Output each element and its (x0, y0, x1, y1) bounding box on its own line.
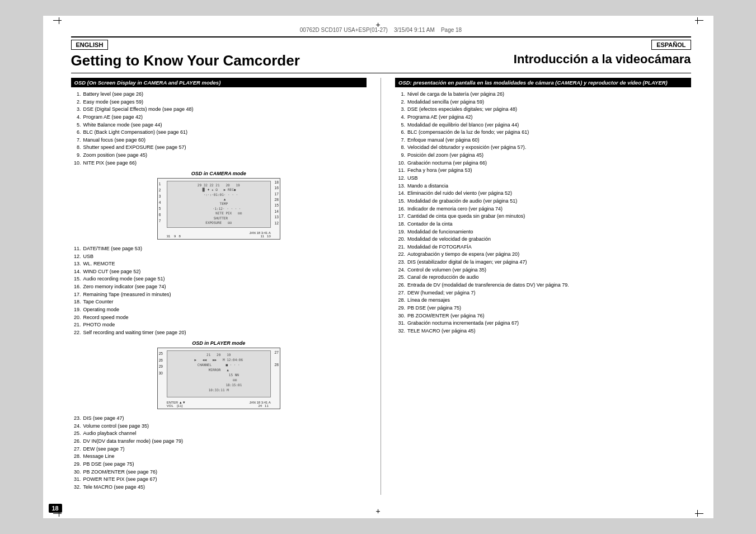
player-bottom3: 24 11 (258, 404, 268, 407)
player-content: 21 20 19 ▶ ◀◀ ▶▶ M 12:04:06 CHANNEL ■ · … (167, 351, 270, 394)
list-item: 8.Velocidad del obturador y exposición (… (395, 144, 691, 151)
list-item: 2.Easy mode (see pages 59) (71, 99, 367, 105)
diagram-inner: 29 32 22 21 20 19 ▐▌ ♦ ★ Ω ▶ REC● ·:·:·0… (167, 181, 271, 228)
list-item: 15.Modalidad de grabación de audio (ver … (395, 198, 691, 204)
diagram-right-nums: 1816172815141312 (275, 180, 279, 226)
diagram-bottom-right2: 11 10 (260, 235, 270, 238)
list-item: 12.USB (71, 253, 367, 260)
osd-camera-diagram-area: OSD in CAMERA mode 1234567 1816172815141… (71, 171, 367, 240)
list-item: 6.BLC (compensación de la luz de fondo; … (395, 129, 691, 135)
list-item: 9.Zoom position (see page 45) (71, 152, 367, 158)
list-item: 28.Message Line (71, 453, 367, 460)
list-item: 24.Control de volumen (ver página 35) (395, 266, 691, 273)
crop-mark-tr-h (695, 20, 703, 21)
right-column: OSD: presentación en pantalla en las mod… (395, 78, 691, 495)
list-item: 20.Modalidad de velocidad de grabación (395, 236, 691, 242)
list-item: 14.Eliminación del ruido del viento (ver… (395, 190, 691, 196)
list-item: 31.POWER NITE PIX (see page 67) (71, 476, 367, 483)
title-spanish: Introducción a la videocámara (387, 52, 691, 69)
list-item: 25.Canal de reproducción de audio (395, 274, 691, 280)
manual-page: + + 00762D SCD107 USA+ESP(01-27) 3/15/04… (43, 15, 714, 519)
meta-file: 00762D SCD107 USA+ESP(01-27) (300, 27, 388, 33)
list-item: 26.Entrada de DV (modalidad de transfere… (395, 282, 691, 288)
list-item: 21.Modalidad de FOTOGRAFÍA (395, 243, 691, 250)
list-item: 13.WL. REMOTE (71, 260, 367, 267)
list-item: 32.Tele MACRO (see page 45) (71, 484, 367, 490)
list-item: 13.Mando a distancia (395, 182, 691, 189)
meta-page: 18 (456, 27, 462, 33)
player-bottom2: VOL [11] (167, 404, 182, 407)
list-item: 21.PHOTO mode (71, 321, 367, 328)
list-item: 2.Modalidad sencilla (ver página 59) (395, 99, 691, 105)
crop-mark-tl-h (53, 20, 62, 21)
list-item: 11.DATE/TIME (see page 53) (71, 245, 367, 252)
crop-mark-br-h (695, 513, 703, 514)
player-inner: 21 20 19 ▶ ◀◀ ▶▶ M 12:04:06 CHANNEL ■ · … (167, 350, 271, 397)
list-item: 10.Grabación nocturna (ver página 66) (395, 160, 691, 166)
list-item: 16.Zero memory indicator (see page 74) (71, 283, 367, 290)
list-item: 29.PB DSE (see page 75) (71, 461, 367, 467)
diagram-content: 29 32 22 21 20 19 ▐▌ ♦ ★ Ω ▶ REC● ·:·:·0… (167, 181, 270, 227)
osd-player-diagram-area: OSD in PLAYER mode 25262930 2728 21 20 1… (71, 340, 367, 409)
osd-player-label: OSD in PLAYER mode (71, 340, 367, 346)
list-item: 4.Programa AE (ver página 42) (395, 114, 691, 120)
left-osd-header: OSD (On Screen Display in CAMERA and PLA… (71, 78, 367, 87)
list-item: 31.Grabación nocturna incrementada (ver … (395, 320, 691, 326)
list-item: 3.DSE (efectos especiales digitales; ver… (395, 106, 691, 113)
list-item: 17.Remaining Tape (measured in minutes) (71, 291, 367, 298)
list-item: 23.DIS (see page 47) (71, 415, 367, 421)
crop-mark-tl-v (59, 17, 59, 24)
list-item: 25.Audio playback channel (71, 430, 367, 437)
list-item: 7.Enfoque manual (ver página 60) (395, 137, 691, 143)
osd-camera-label: OSD in CAMERA mode (71, 171, 367, 176)
list-item: 24.Volume control (see page 35) (71, 423, 367, 429)
center-cross-bottom: + (375, 507, 380, 516)
list-item: 18.Tape Counter (71, 298, 367, 305)
osd-camera-box: 1234567 1816172815141312 29 32 22 21 20 … (157, 178, 280, 240)
file-meta: 00762D SCD107 USA+ESP(01-27) 3/15/04 9:1… (71, 27, 691, 33)
column-divider (381, 78, 381, 495)
left-list: 1.Battery level (see page 26) 2.Easy mod… (71, 91, 367, 166)
list-item: 27.DEW (see page 7) (71, 446, 367, 452)
list-item: 3.DSE (Digital Special Effects) mode (se… (71, 106, 367, 113)
right-list: 1.Nivel de carga de la batería (ver pági… (395, 91, 691, 334)
list-item: 20.Record speed mode (71, 314, 367, 321)
list-item: 28.Línea de mensajes (395, 297, 691, 303)
list-item: 19.Modalidad de funcionamiento (395, 228, 691, 235)
list-item: 16.Indicador de memoria cero (ver página… (395, 205, 691, 212)
right-osd-header: OSD: presentación en pantalla en las mod… (395, 78, 691, 87)
list-item: 18.Contador de la cinta (395, 221, 691, 227)
list-item: 22.Autograbación y tiempo de espera (ver… (395, 251, 691, 257)
list-item: 1.Nivel de carga de la batería (ver pági… (395, 91, 691, 97)
player-left-nums: 25262930 (159, 350, 163, 377)
osd-player-box: 25262930 2728 21 20 19 ▶ ◀◀ ▶▶ M 12:04:0… (157, 348, 280, 409)
list-item: 30.PB ZOOM/ENTER (ver página 76) (395, 312, 691, 319)
list-item: 7.Manual focus (see page 60) (71, 137, 367, 143)
center-cross-top: + (375, 20, 380, 29)
list-item: 8.Shutter speed and EXPOSURE (see page 5… (71, 144, 367, 151)
crop-mark-bl-h (53, 513, 62, 514)
list-item: 27.DEW (humedad; ver página 7) (395, 289, 691, 296)
diagram-bottom-left: 31 9 8 (167, 235, 181, 238)
english-label: ENGLISH (71, 40, 109, 50)
list-item: 23.DIS (estabilizador digital de la imag… (395, 259, 691, 265)
title-english: Getting to Know Your Camcorder (71, 52, 387, 69)
list-item: 5.Modalidad de equilibrio del blanco (ve… (395, 121, 691, 128)
meta-date: 3/15/04 9:11 AM (394, 27, 435, 33)
crop-mark-br-v (697, 510, 698, 517)
language-header-row: ENGLISH ESPAÑOL (71, 36, 691, 50)
list-item: 6.BLC (Back Light Compensation) (see pag… (71, 129, 367, 135)
player-right-nums: 2728 (275, 349, 279, 368)
left-list-2: 11.DATE/TIME (see page 53) 12.USB 13.WL.… (71, 245, 367, 336)
titles-row: Getting to Know Your Camcorder Introducc… (71, 52, 691, 73)
list-item: 12.USB (395, 175, 691, 181)
list-item: 30.PB ZOOM/ENTER (see page 76) (71, 469, 367, 475)
list-item: 32.TELE MACRO (ver página 45) (395, 327, 691, 334)
list-item: 22.Self recording and waiting timer (see… (71, 329, 367, 336)
list-item: 4.Program AE (see page 42) (71, 114, 367, 120)
list-item: 1.Battery level (see page 26) (71, 91, 367, 97)
list-item: 11.Fecha y hora (ver página 53) (395, 167, 691, 174)
list-item: 5.White Balance mode (see page 44) (71, 121, 367, 128)
list-item: 29.PB DSE (ver página 75) (395, 305, 691, 311)
spanish-label: ESPAÑOL (651, 40, 691, 50)
